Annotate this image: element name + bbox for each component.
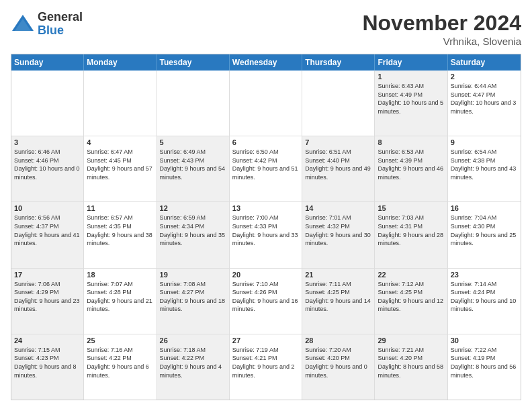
calendar-cell-1-6: 9Sunrise: 6:54 AM Sunset: 4:38 PM Daylig… — [448, 136, 521, 201]
day-info: Sunrise: 7:03 AM Sunset: 4:31 PM Dayligh… — [378, 214, 444, 247]
logo: General Blue — [11, 11, 83, 38]
calendar-cell-0-1 — [84, 71, 157, 136]
day-info: Sunrise: 7:07 AM Sunset: 4:28 PM Dayligh… — [87, 280, 153, 314]
day-info: Sunrise: 6:43 AM Sunset: 4:49 PM Dayligh… — [378, 82, 444, 116]
day-number: 6 — [232, 138, 299, 146]
day-number: 21 — [305, 271, 371, 279]
day-number: 4 — [87, 138, 153, 146]
day-info: Sunrise: 7:04 AM Sunset: 4:30 PM Dayligh… — [451, 214, 518, 247]
day-number: 24 — [14, 336, 81, 345]
calendar-cell-4-2: 26Sunrise: 7:18 AM Sunset: 4:22 PM Dayli… — [157, 334, 230, 400]
calendar-cell-2-0: 10Sunrise: 6:56 AM Sunset: 4:37 PM Dayli… — [11, 202, 84, 267]
logo-blue-text: Blue — [38, 24, 83, 38]
day-info: Sunrise: 6:47 AM Sunset: 4:45 PM Dayligh… — [87, 148, 153, 181]
calendar-cell-2-4: 14Sunrise: 7:01 AM Sunset: 4:32 PM Dayli… — [302, 202, 375, 267]
header-monday: Monday — [84, 54, 157, 71]
logo-text: General Blue — [38, 11, 83, 38]
day-info: Sunrise: 7:06 AM Sunset: 4:29 PM Dayligh… — [14, 280, 81, 314]
day-info: Sunrise: 6:53 AM Sunset: 4:39 PM Dayligh… — [378, 148, 444, 181]
header-thursday: Thursday — [302, 54, 375, 71]
day-number: 10 — [14, 204, 81, 212]
day-info: Sunrise: 7:21 AM Sunset: 4:20 PM Dayligh… — [378, 346, 444, 379]
calendar-cell-4-1: 25Sunrise: 7:16 AM Sunset: 4:22 PM Dayli… — [84, 334, 157, 400]
calendar-cell-3-3: 20Sunrise: 7:10 AM Sunset: 4:26 PM Dayli… — [230, 269, 302, 334]
day-info: Sunrise: 6:57 AM Sunset: 4:35 PM Dayligh… — [87, 214, 153, 247]
calendar-cell-3-2: 19Sunrise: 7:08 AM Sunset: 4:27 PM Dayli… — [157, 269, 230, 334]
day-info: Sunrise: 6:56 AM Sunset: 4:37 PM Dayligh… — [14, 214, 81, 247]
day-number: 25 — [87, 336, 153, 345]
day-info: Sunrise: 7:11 AM Sunset: 4:25 PM Dayligh… — [305, 280, 371, 314]
day-info: Sunrise: 6:49 AM Sunset: 4:43 PM Dayligh… — [160, 148, 226, 181]
header-saturday: Saturday — [448, 54, 521, 71]
calendar-cell-0-4 — [302, 71, 375, 136]
header: General Blue November 2024 Vrhnika, Slov… — [11, 11, 521, 47]
day-info: Sunrise: 6:51 AM Sunset: 4:40 PM Dayligh… — [305, 148, 371, 181]
day-info: Sunrise: 7:00 AM Sunset: 4:33 PM Dayligh… — [232, 214, 299, 247]
day-number: 18 — [87, 271, 153, 279]
location: Vrhnika, Slovenia — [362, 36, 521, 47]
calendar-cell-3-4: 21Sunrise: 7:11 AM Sunset: 4:25 PM Dayli… — [302, 269, 375, 334]
day-number: 28 — [305, 336, 371, 345]
calendar-row-3: 17Sunrise: 7:06 AM Sunset: 4:29 PM Dayli… — [11, 269, 521, 334]
day-number: 2 — [451, 73, 518, 81]
day-number: 22 — [378, 271, 444, 279]
calendar-cell-2-3: 13Sunrise: 7:00 AM Sunset: 4:33 PM Dayli… — [230, 202, 302, 267]
day-info: Sunrise: 6:59 AM Sunset: 4:34 PM Dayligh… — [160, 214, 226, 247]
calendar-cell-0-3 — [230, 71, 302, 136]
header-wednesday: Wednesday — [230, 54, 302, 71]
calendar-cell-1-4: 7Sunrise: 6:51 AM Sunset: 4:40 PM Daylig… — [302, 136, 375, 201]
day-number: 15 — [378, 204, 444, 212]
calendar-cell-1-5: 8Sunrise: 6:53 AM Sunset: 4:39 PM Daylig… — [375, 136, 447, 201]
day-info: Sunrise: 6:46 AM Sunset: 4:46 PM Dayligh… — [14, 148, 81, 181]
calendar-cell-3-6: 23Sunrise: 7:14 AM Sunset: 4:24 PM Dayli… — [448, 269, 521, 334]
calendar-cell-3-0: 17Sunrise: 7:06 AM Sunset: 4:29 PM Dayli… — [11, 269, 84, 334]
calendar: Sunday Monday Tuesday Wednesday Thursday… — [11, 54, 521, 400]
day-info: Sunrise: 6:50 AM Sunset: 4:42 PM Dayligh… — [232, 148, 299, 181]
day-number: 1 — [378, 73, 444, 81]
calendar-cell-2-6: 16Sunrise: 7:04 AM Sunset: 4:30 PM Dayli… — [448, 202, 521, 267]
day-number: 13 — [232, 204, 299, 212]
day-number: 23 — [451, 271, 518, 279]
calendar-cell-1-3: 6Sunrise: 6:50 AM Sunset: 4:42 PM Daylig… — [230, 136, 302, 201]
calendar-body: 1Sunrise: 6:43 AM Sunset: 4:49 PM Daylig… — [11, 71, 521, 400]
calendar-cell-1-0: 3Sunrise: 6:46 AM Sunset: 4:46 PM Daylig… — [11, 136, 84, 201]
day-number: 8 — [378, 138, 444, 146]
day-number: 17 — [14, 271, 81, 279]
day-info: Sunrise: 7:20 AM Sunset: 4:20 PM Dayligh… — [305, 346, 371, 379]
day-info: Sunrise: 7:14 AM Sunset: 4:24 PM Dayligh… — [451, 280, 518, 314]
logo-general-text: General — [38, 11, 83, 24]
calendar-cell-3-5: 22Sunrise: 7:12 AM Sunset: 4:25 PM Dayli… — [375, 269, 447, 334]
calendar-cell-4-5: 29Sunrise: 7:21 AM Sunset: 4:20 PM Dayli… — [375, 334, 447, 400]
calendar-cell-0-6: 2Sunrise: 6:44 AM Sunset: 4:47 PM Daylig… — [448, 71, 521, 136]
day-info: Sunrise: 7:16 AM Sunset: 4:22 PM Dayligh… — [87, 346, 153, 379]
day-number: 20 — [232, 271, 299, 279]
day-info: Sunrise: 7:22 AM Sunset: 4:19 PM Dayligh… — [451, 346, 518, 379]
calendar-cell-0-0 — [11, 71, 84, 136]
month-title: November 2024 — [362, 11, 521, 36]
day-number: 12 — [160, 204, 226, 212]
header-friday: Friday — [375, 54, 447, 71]
day-info: Sunrise: 6:54 AM Sunset: 4:38 PM Dayligh… — [451, 148, 518, 181]
day-number: 16 — [451, 204, 518, 212]
day-info: Sunrise: 7:19 AM Sunset: 4:21 PM Dayligh… — [232, 346, 299, 379]
day-number: 7 — [305, 138, 371, 146]
calendar-cell-1-2: 5Sunrise: 6:49 AM Sunset: 4:43 PM Daylig… — [157, 136, 230, 201]
day-number: 19 — [160, 271, 226, 279]
calendar-cell-3-1: 18Sunrise: 7:07 AM Sunset: 4:28 PM Dayli… — [84, 269, 157, 334]
calendar-cell-4-0: 24Sunrise: 7:15 AM Sunset: 4:23 PM Dayli… — [11, 334, 84, 400]
day-info: Sunrise: 6:44 AM Sunset: 4:47 PM Dayligh… — [451, 82, 518, 116]
title-block: November 2024 Vrhnika, Slovenia — [362, 11, 521, 47]
page: General Blue November 2024 Vrhnika, Slov… — [0, 0, 532, 411]
header-tuesday: Tuesday — [157, 54, 230, 71]
day-number: 14 — [305, 204, 371, 212]
calendar-cell-4-4: 28Sunrise: 7:20 AM Sunset: 4:20 PM Dayli… — [302, 334, 375, 400]
logo-icon — [11, 12, 35, 36]
calendar-cell-2-1: 11Sunrise: 6:57 AM Sunset: 4:35 PM Dayli… — [84, 202, 157, 267]
day-number: 3 — [14, 138, 81, 146]
calendar-header: Sunday Monday Tuesday Wednesday Thursday… — [11, 54, 521, 71]
header-sunday: Sunday — [11, 54, 84, 71]
calendar-row-0: 1Sunrise: 6:43 AM Sunset: 4:49 PM Daylig… — [11, 71, 521, 136]
day-info: Sunrise: 7:15 AM Sunset: 4:23 PM Dayligh… — [14, 346, 81, 379]
day-number: 29 — [378, 336, 444, 345]
calendar-cell-2-2: 12Sunrise: 6:59 AM Sunset: 4:34 PM Dayli… — [157, 202, 230, 267]
